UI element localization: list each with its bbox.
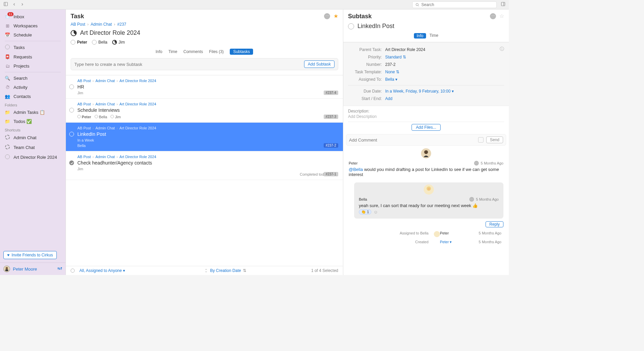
- complete-toggle-icon[interactable]: [69, 84, 74, 89]
- comment-avatar: [421, 148, 431, 158]
- right-tab-info[interactable]: Info: [414, 33, 426, 39]
- workspaces-icon: ⊞: [5, 23, 10, 28]
- sidebar-item-requests[interactable]: 📮 Requests: [0, 52, 66, 61]
- activity-who[interactable]: Peter ▾: [440, 240, 460, 244]
- complete-toggle-icon[interactable]: [69, 108, 74, 112]
- assignee-pill[interactable]: Peter: [71, 40, 87, 45]
- sidebar-item-inbox[interactable]: 📨11 Inbox: [0, 12, 66, 21]
- subtask-crumb[interactable]: AB Post: [77, 126, 91, 130]
- activity-icon: ⏱: [5, 85, 10, 90]
- send-button[interactable]: Send: [486, 136, 503, 143]
- subtask-row[interactable]: AB Post› Admin Chat› Art Director Role 2…: [66, 99, 343, 123]
- svg-point-7: [6, 267, 8, 269]
- subtask-crumb[interactable]: AB Post: [77, 102, 91, 106]
- subtask-crumb[interactable]: Admin Chat: [95, 79, 115, 83]
- task-progress-icon[interactable]: [71, 30, 77, 36]
- center-panel: Task ⋯ ★ AB Post › Admin Chat › #237 Art…: [66, 9, 343, 275]
- subtask-crumb[interactable]: Art Director Role 2024: [120, 155, 156, 159]
- mention[interactable]: @Bella: [349, 167, 363, 172]
- project-icon: [5, 135, 10, 141]
- add-reaction-icon[interactable]: ☺: [373, 209, 378, 215]
- subtask-crumb[interactable]: Art Director Role 2024: [120, 102, 156, 106]
- comment-menu-icon[interactable]: ⋯: [474, 161, 479, 166]
- subtask-crumb[interactable]: Art Director Role 2024: [120, 126, 156, 130]
- sidebar-shortcut-art-label: Art Director Role 2024: [14, 155, 57, 160]
- search-field[interactable]: [421, 2, 494, 7]
- complete-toggle-icon[interactable]: [348, 23, 354, 29]
- inbox-icon: 📨11: [5, 14, 10, 19]
- star-icon[interactable]: ☆: [499, 13, 504, 19]
- complete-toggle-icon[interactable]: [69, 132, 74, 136]
- activity-label: Created: [351, 240, 428, 244]
- panel-toggle-icon[interactable]: [501, 2, 505, 7]
- subtask-row[interactable]: AB Post› Admin Chat› Art Director Role 2…: [66, 123, 343, 151]
- sidebar-item-tasks[interactable]: Tasks: [0, 43, 66, 52]
- sidebar-shortcut-admin[interactable]: Admin Chat: [0, 133, 66, 143]
- tab-time[interactable]: Time: [169, 49, 177, 54]
- subtask-row[interactable]: AB Post› Admin Chat› Art Director Role 2…: [66, 75, 343, 99]
- sort-dropdown[interactable]: By Creation Date ⇅: [204, 268, 246, 273]
- right-tab-time[interactable]: Time: [429, 33, 438, 39]
- attachment-icon[interactable]: [478, 137, 484, 143]
- user-footer[interactable]: Peter Moore: [0, 262, 66, 275]
- subtask-assignee: Bella: [77, 144, 338, 148]
- sidebar-item-workspaces[interactable]: ⊞ Workspaces: [0, 21, 66, 30]
- nav-back-icon[interactable]: [12, 2, 16, 7]
- sidebar-item-search[interactable]: 🔍 Search: [0, 74, 66, 83]
- filter-dropdown[interactable]: All, Assigned to Anyone ▾: [79, 268, 125, 273]
- subtask-row[interactable]: AB Post› Admin Chat› Art Director Role 2…: [66, 151, 343, 180]
- filter-icon[interactable]: [71, 269, 75, 273]
- subtask-crumb[interactable]: Admin Chat: [95, 102, 115, 106]
- add-files-button[interactable]: Add Files...: [412, 124, 441, 131]
- invite-button[interactable]: ♥ Invite Friends to Cirkus: [3, 251, 57, 259]
- comment-input[interactable]: [349, 137, 475, 143]
- new-subtask-input[interactable]: [74, 62, 304, 67]
- sidebar-folder-admin[interactable]: 📁 Admin Tasks 📋: [0, 108, 66, 117]
- sidebar-item-projects[interactable]: 🗂 Projects: [0, 61, 66, 71]
- sidebar-shortcut-team[interactable]: Team Chat: [0, 143, 66, 152]
- tab-info[interactable]: Info: [156, 49, 163, 54]
- tab-files[interactable]: Files (3): [209, 49, 224, 54]
- selection-count: 1 of 4 Selected: [311, 268, 338, 273]
- assignee-pill[interactable]: Jim: [112, 40, 125, 45]
- assignee-pill[interactable]: Bella: [92, 40, 107, 45]
- more-menu-icon[interactable]: ⋯: [490, 13, 496, 19]
- subtask-crumb[interactable]: Admin Chat: [95, 155, 115, 159]
- sidebar-shortcut-art[interactable]: Art Director Role 2024: [0, 152, 66, 162]
- subtask-crumb[interactable]: AB Post: [77, 155, 91, 159]
- breadcrumb-item[interactable]: AB Post: [71, 22, 85, 27]
- info-icon[interactable]: ⓘ: [500, 46, 504, 52]
- sidebar-item-activity[interactable]: ⏱ Activity: [0, 83, 66, 92]
- breadcrumb-item[interactable]: Admin Chat: [91, 22, 112, 27]
- star-icon[interactable]: ★: [333, 13, 338, 19]
- tab-comments[interactable]: Comments: [183, 49, 203, 54]
- subtask-crumb[interactable]: AB Post: [77, 79, 91, 83]
- search-input[interactable]: [412, 1, 497, 8]
- description-block[interactable]: Description: Add Description: [343, 106, 509, 122]
- reaction[interactable]: 👏 1: [359, 209, 371, 215]
- info-priority[interactable]: Standard ⇅: [385, 55, 406, 59]
- breadcrumb-item[interactable]: #237: [117, 22, 126, 27]
- info-due[interactable]: In a Week, Friday, 9 February, 10:00 ▾: [385, 89, 454, 94]
- assignees-row: Peter Bella Jim: [71, 40, 338, 45]
- comment-menu-icon[interactable]: ⋯: [469, 197, 474, 202]
- info-startend[interactable]: Add: [385, 96, 392, 101]
- reply-button[interactable]: Reply: [486, 221, 503, 227]
- sidebar-toggle-icon[interactable]: [3, 2, 8, 7]
- info-template[interactable]: None ⇅: [385, 70, 399, 74]
- sidebar-label-projects: Projects: [14, 64, 29, 69]
- comment: Bella ⋯5 Months Ago yeah sure, I can sor…: [354, 182, 503, 219]
- more-menu-icon[interactable]: ⋯: [324, 13, 330, 19]
- subtask-tag: #237-2: [324, 143, 338, 148]
- settings-icon[interactable]: [57, 266, 62, 272]
- nav-forward-icon[interactable]: [20, 2, 24, 7]
- subtask-crumb[interactable]: Art Director Role 2024: [120, 79, 156, 83]
- add-subtask-button[interactable]: Add Subtask: [304, 60, 335, 68]
- tab-subtasks[interactable]: Subtasks: [230, 49, 253, 55]
- sidebar-folder-todos[interactable]: 📁 Todos ✅: [0, 117, 66, 126]
- sidebar-item-schedule[interactable]: 📅 Schedule: [0, 30, 66, 40]
- subtask-crumb[interactable]: Admin Chat: [95, 126, 115, 130]
- complete-toggle-icon[interactable]: [69, 160, 74, 165]
- info-assigned[interactable]: Bella ▾: [385, 77, 397, 82]
- sidebar-item-contacts[interactable]: 👥 Contacts: [0, 92, 66, 101]
